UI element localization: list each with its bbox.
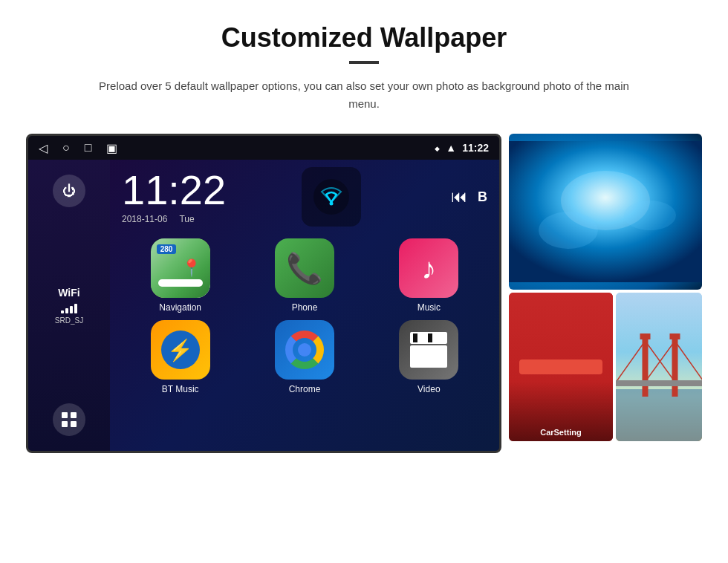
device-container: ◁ ○ □ ▣ ⬥ ▲ 11:22 ⏻ WiFi [45,134,683,453]
wallpaper-thumb-bridge[interactable] [616,293,702,441]
track-label: B [478,189,487,205]
svg-rect-1 [71,412,77,418]
svg-point-8 [539,212,598,249]
clock-widget: 11:22 2018-11-06 Tue [122,169,226,224]
video-app-icon [399,320,458,380]
navigation-app-icon: 280 📍 [151,238,210,298]
phone-app-label: Phone [292,302,318,313]
grid-icon [61,411,77,428]
svg-rect-0 [62,412,68,418]
svg-rect-2 [62,421,68,427]
car-setting-label: CarSetting [540,428,582,437]
app-item-phone[interactable]: 📞 Phone [246,238,363,313]
bridge-visual [616,293,702,441]
title-divider [349,61,379,64]
chrome-app-label: Chrome [289,384,321,394]
left-sidebar: ⏻ WiFi SRD_SJ [28,160,110,451]
car-setting-bg [509,293,613,441]
wifi-info: WiFi SRD_SJ [55,287,83,325]
page-description: Preload over 5 default wallpaper options… [85,77,643,113]
wifi-bar-4 [74,304,77,313]
svg-rect-3 [71,421,77,427]
status-bar: ◁ ○ □ ▣ ⬥ ▲ 11:22 [28,136,499,160]
wifi-signal-icon [313,178,350,215]
nav-badge: 280 [157,244,177,254]
app-item-music[interactable]: ♪ Music [371,238,487,313]
date-value: 2018-11-06 [122,214,167,224]
clock-time: 11:22 [122,169,226,211]
svg-rect-12 [643,337,649,397]
ice-cave-bg [509,134,702,290]
wifi-bar-2 [65,308,68,313]
nav-pin-icon: 📍 [181,258,201,278]
signal-icon: ▲ [446,142,456,154]
svg-rect-20 [670,333,680,339]
bluetooth-inner-icon: ⚡ [161,331,200,369]
music-note-icon: ♪ [421,252,436,285]
app-item-bt-music[interactable]: ⚡ BT Music [122,320,238,394]
prev-track-button[interactable]: ⏮ [451,187,467,206]
wifi-widget[interactable] [302,167,361,227]
clock-date: 2018-11-06 Tue [122,214,195,224]
wifi-bar-1 [61,310,64,313]
chrome-ring-icon [285,331,324,369]
svg-point-4 [313,179,349,215]
car-setting-device-bar [519,359,602,374]
wifi-ssid: SRD_SJ [55,316,83,325]
page-title: Customized Wallpaper [45,22,683,53]
navigation-app-label: Navigation [159,302,201,313]
app-grid: 280 📍 Navigation 📞 [122,238,487,394]
music-app-label: Music [417,302,441,313]
android-frame: ◁ ○ □ ▣ ⬥ ▲ 11:22 ⏻ WiFi [26,134,501,453]
camera-icon[interactable]: ▣ [106,141,117,155]
status-right-icons: ⬥ ▲ 11:22 [434,142,489,154]
wifi-label: WiFi [58,287,79,299]
home-icon[interactable]: ○ [62,141,70,154]
phone-icon-glyph: 📞 [286,251,323,286]
svg-rect-11 [616,389,702,441]
wallpaper-thumbnails: CarSetting [509,134,702,441]
wallpaper-thumb-ice-cave[interactable] [509,134,702,290]
wifi-bar-3 [70,306,73,313]
video-app-label: Video [417,384,440,394]
nav-bar-icons: ◁ ○ □ ▣ [39,141,117,155]
power-button[interactable]: ⏻ [53,175,85,207]
wallpaper-thumb-car-setting[interactable]: CarSetting [509,293,613,441]
wifi-signal-bars [61,302,77,313]
svg-rect-13 [672,337,678,397]
svg-point-9 [624,201,676,230]
square-icon[interactable]: □ [85,141,92,154]
app-item-navigation[interactable]: 280 📍 Navigation [122,238,238,313]
center-content: 11:22 2018-11-06 Tue [110,160,499,451]
chrome-app-icon [275,320,334,380]
app-item-chrome[interactable]: Chrome [246,320,363,394]
wallpaper-thumb-bottom-row: CarSetting [509,293,702,441]
ice-cave-visual [509,141,702,282]
bt-music-app-label: BT Music [162,384,199,394]
nav-road [158,279,203,287]
bt-music-app-icon: ⚡ [151,320,210,380]
screen-body: ⏻ WiFi SRD_SJ [28,160,499,451]
media-controls: ⏮ B [451,187,487,206]
svg-rect-19 [640,333,651,339]
page-wrapper: Customized Wallpaper Preload over 5 defa… [0,0,728,468]
day-value: Tue [179,214,194,224]
svg-point-5 [329,202,333,206]
status-time: 11:22 [462,142,489,154]
svg-rect-18 [616,380,702,386]
music-app-icon: ♪ [399,238,458,298]
bridge-bg [616,293,702,441]
location-icon: ⬥ [434,142,440,154]
phone-app-icon: 📞 [275,238,334,298]
clock-row: 11:22 2018-11-06 Tue [122,167,487,227]
bluetooth-glyph: ⚡ [167,338,193,362]
chrome-center-dot [298,343,311,357]
app-item-video[interactable]: Video [371,320,487,394]
back-icon[interactable]: ◁ [39,141,48,155]
clapperboard-icon [410,332,447,368]
apps-button[interactable] [53,403,85,436]
